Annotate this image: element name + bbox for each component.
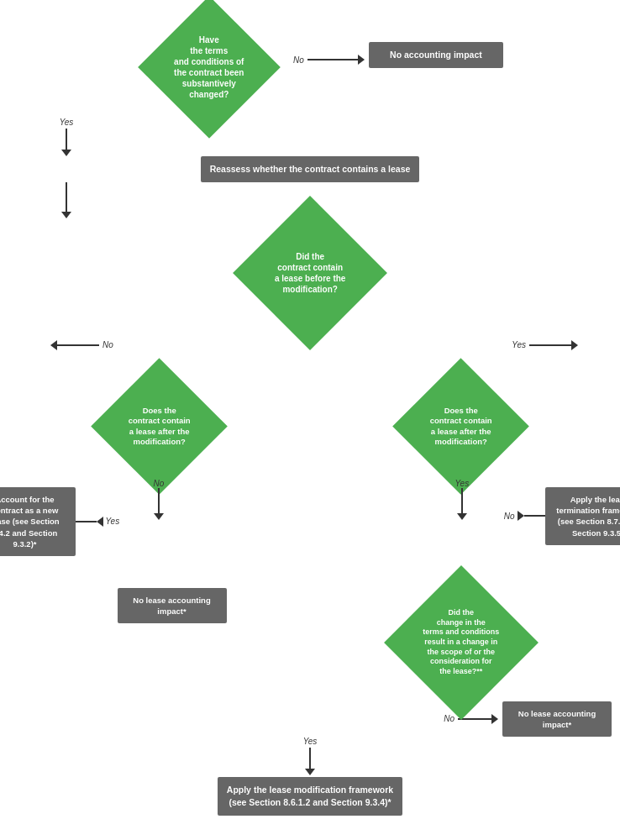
no-label-d1: No [293, 55, 304, 65]
no-label-d4: No [444, 714, 454, 723]
no-label-d3-right: No [504, 512, 515, 521]
yes-label-d2: Yes [512, 340, 526, 349]
box-reassess: Reassess whether the contract contains a… [201, 156, 419, 182]
arrow-left-d2-no [50, 340, 57, 350]
yes-label-d4: Yes [303, 737, 318, 746]
box-no-impact-top: No accounting impact [369, 42, 503, 68]
box-apply-modification: Apply the lease modification framework (… [218, 777, 402, 815]
flowchart: Have the terms and conditions of the con… [8, 17, 612, 840]
arrow-left-d3-yes [97, 517, 103, 527]
arrow-right-d2-yes [571, 340, 578, 350]
yes-label-d1: Yes [60, 118, 74, 127]
yes-label-d3-right: Yes [455, 479, 470, 488]
diamond-d3-right: Does the contract contain a lease after … [392, 358, 529, 495]
box-no-lease-impact-left: No lease accounting impact* [118, 588, 227, 624]
box-lease-termination: Apply the lease termination framework (s… [545, 487, 621, 545]
box-no-lease-impact-right: No lease accounting impact* [502, 701, 612, 738]
yes-label-d3-left: Yes [106, 517, 120, 526]
arrow-down-d3-right-yes [457, 488, 467, 520]
no-label-d2: No [102, 340, 113, 349]
box-account-new-lease: Account for the contract as a new lease … [0, 487, 76, 556]
diamond-d3-left: Does the contract contain a lease after … [91, 358, 228, 495]
diamond-d4: Did the change in the terms and conditio… [384, 565, 539, 720]
arrow-down-d1 [61, 129, 71, 156]
no-label-d3-left: No [154, 479, 165, 488]
arrow-down-d4-yes [305, 748, 315, 775]
arrow-right-d1-no [358, 55, 365, 65]
arrow-right-d3-no [518, 511, 524, 521]
arrow-down-reassess [61, 182, 71, 218]
arrow-right-d4-no [491, 714, 498, 724]
arrow-down-d3-left-no [154, 488, 164, 520]
row-reassess: Reassess whether the contract contains a… [8, 156, 612, 182]
